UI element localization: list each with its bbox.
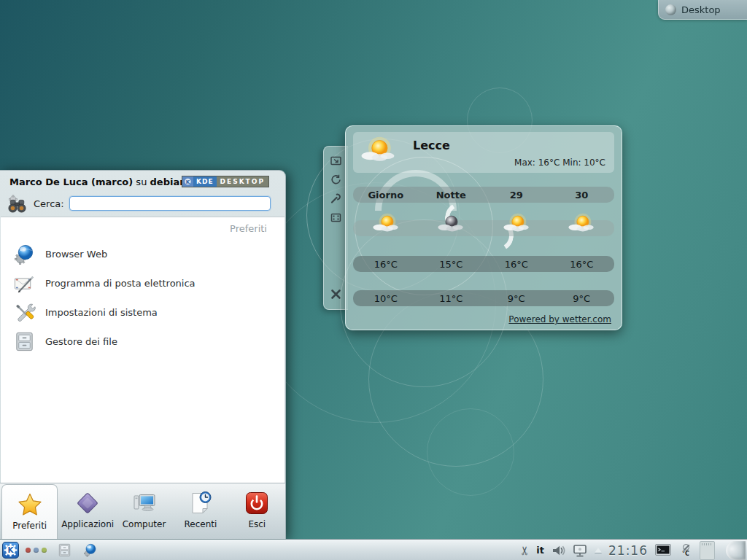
applications-icon [74, 490, 101, 516]
configure-wrench-icon[interactable] [330, 192, 342, 205]
search-row: Cerca: [6, 192, 271, 214]
star-icon [17, 491, 43, 518]
moon-cloud-icon [419, 220, 484, 236]
weather-widget: Lecce Max: 16°C Min: 10°C Giorno Notte 2… [345, 125, 622, 330]
weather-column-headers: Giorno Notte 29 30 [353, 187, 614, 203]
weather-col: 29 [484, 190, 549, 201]
resize-icon[interactable] [330, 155, 342, 167]
system-settings-icon [13, 301, 36, 324]
keyboard-layout-indicator[interactable]: it [536, 545, 544, 556]
tab-applicazioni[interactable]: Applicazioni [59, 483, 115, 539]
tab-label: Computer [123, 519, 166, 529]
no-data-icon [683, 544, 689, 551]
favorite-item-filemanager[interactable]: Gestore dei file [1, 327, 282, 356]
favorite-label: Programma di posta elettronica [45, 278, 196, 289]
binoculars-search-icon [6, 194, 28, 213]
dot-red[interactable] [26, 548, 31, 553]
low-temp: 11°C [419, 293, 484, 304]
weather-tray-unit: °C [682, 551, 689, 557]
web-browser-launcher-icon[interactable] [82, 542, 98, 558]
kde-logo-icon: K [182, 176, 193, 187]
mail-icon [13, 272, 36, 295]
favorite-label: Impostazioni di sistema [45, 307, 158, 318]
high-temp: 16°C [484, 259, 549, 270]
favorite-label: Gestore dei file [45, 336, 117, 347]
weather-credit-link[interactable]: Powered by wetter.com [508, 314, 611, 324]
cashew-icon [665, 4, 676, 15]
sun-cloud-icon [359, 133, 397, 171]
tab-preferiti[interactable]: Preferiti [1, 484, 58, 539]
badge-desktop-label: DESKTOP [217, 176, 268, 187]
high-temp: 15°C [419, 259, 484, 270]
svg-text:K: K [7, 545, 14, 554]
kickoff-launcher: Marco De Luca (marco) su debian K KDE DE… [0, 170, 286, 540]
klipper-scissors-icon[interactable]: ✂ [519, 545, 531, 555]
user-host-title: Marco De Luca (marco) su debian [9, 176, 186, 187]
low-temp: 9°C [549, 293, 615, 304]
host-name: debian [150, 176, 187, 187]
weather-city: Lecce [413, 139, 450, 152]
wallpaper-swirl [427, 408, 514, 496]
tab-label: Preferiti [12, 521, 47, 531]
tray-expander-icon[interactable] [595, 548, 602, 553]
kde-desktop-badge: K KDE DESKTOP [182, 176, 269, 187]
sun-cloud-icon [484, 220, 549, 236]
favorite-item-mail[interactable]: Programma di posta elettronica [1, 268, 282, 298]
dot-blue[interactable] [34, 548, 39, 553]
file-manager-icon [13, 330, 36, 353]
svg-text:K: K [186, 179, 190, 185]
high-temp: 16°C [549, 259, 615, 270]
sun-cloud-icon [549, 220, 615, 236]
high-temp: 16°C [353, 259, 419, 270]
power-icon [244, 490, 270, 516]
weather-high-temps: 16°C 15°C 16°C 16°C [353, 256, 614, 272]
low-temp: 10°C [353, 293, 419, 304]
weather-condition-row [353, 220, 614, 236]
dot-green[interactable] [42, 548, 47, 553]
tab-label: Applicazioni [61, 519, 114, 529]
close-icon[interactable] [330, 288, 342, 300]
display-monitor-icon[interactable] [572, 542, 588, 559]
search-label: Cerca: [34, 198, 64, 209]
weather-col: Giorno [353, 190, 419, 201]
sun-cloud-icon [353, 220, 419, 236]
computer-icon [131, 490, 158, 516]
tab-label: Esci [248, 519, 266, 529]
terminal-tray-icon[interactable] [654, 543, 672, 558]
favorite-item-settings[interactable]: Impostazioni di sistema [1, 298, 282, 327]
plasmoid-handle[interactable] [323, 146, 348, 310]
file-manager-launcher-icon[interactable] [57, 542, 72, 558]
weather-col: Notte [419, 190, 484, 201]
launcher-content: Preferiti [1, 217, 285, 483]
digital-clock[interactable]: 21:16 [608, 543, 648, 558]
favorites-list: Browser Web Programma di posta elettroni… [1, 239, 282, 356]
activity-dots[interactable] [26, 548, 47, 553]
system-tray: ✂ it 21:16 °C [520, 541, 747, 560]
volume-icon[interactable] [551, 543, 565, 558]
search-input[interactable] [69, 196, 271, 211]
taskbar-panel: K ✂ it 21:16 °C [0, 540, 747, 560]
pager-widget[interactable] [700, 541, 715, 560]
weather-col: 30 [549, 190, 615, 201]
favorite-item-browser[interactable]: Browser Web [1, 239, 282, 268]
tab-esci[interactable]: Esci [229, 483, 285, 539]
low-temp: 9°C [484, 293, 549, 304]
tab-recenti[interactable]: Recenti [172, 483, 228, 539]
konqueror-globe-icon [13, 243, 36, 265]
maximize-icon[interactable] [330, 211, 342, 224]
weather-minmax: Max: 16°C Min: 10°C [514, 158, 605, 168]
favorite-label: Browser Web [45, 249, 107, 260]
weather-tray-icon[interactable]: °C [678, 544, 693, 557]
panel-cashew-button[interactable] [726, 541, 746, 560]
title-connector: su [136, 176, 147, 187]
kde-menu-button[interactable]: K [2, 542, 19, 559]
recent-documents-icon [187, 490, 214, 516]
tab-computer[interactable]: Computer [116, 483, 172, 539]
section-label: Preferiti [230, 223, 267, 234]
tab-label: Recenti [184, 519, 217, 529]
badge-kde-label: KDE [193, 176, 217, 187]
rotate-icon[interactable] [330, 174, 342, 186]
weather-header: Lecce Max: 16°C Min: 10°C [353, 132, 614, 173]
desktop-toolbox-button[interactable]: Desktop [658, 0, 747, 20]
weather-low-temps: 10°C 11°C 9°C 9°C [353, 290, 614, 306]
